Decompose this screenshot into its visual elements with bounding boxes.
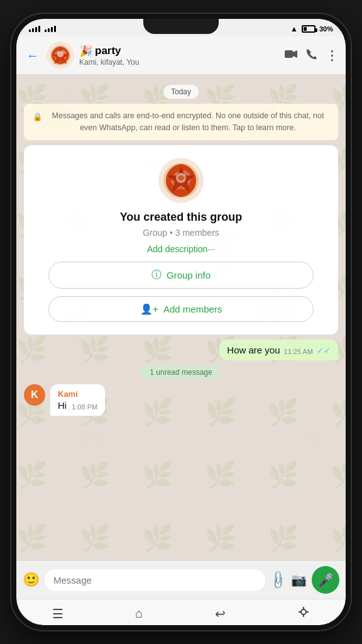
group-avatar[interactable] — [47, 42, 74, 69]
sent-message-time: 11:25 AM — [284, 348, 313, 355]
encryption-notice[interactable]: 🔒 Messages and calls are end-to-end encr… — [24, 104, 338, 140]
emoji-button[interactable]: 🙂 — [23, 572, 40, 588]
svg-text:✿: ✿ — [299, 426, 323, 458]
add-members-button[interactable]: 👤+ Add members — [48, 296, 313, 322]
date-chip: Today — [24, 85, 338, 99]
chat-body: 🌿 ✿ 🌿 ✿ 🌿 ✿ 🌿 ✿ 🌿 ✿ 🌿 ✿ Today — [16, 75, 346, 560]
lock-icon: 🔒 — [33, 111, 43, 123]
group-creation-card: You created this group Group • 3 members… — [24, 145, 338, 335]
group-created-title: You created this group — [120, 211, 243, 224]
video-call-icon[interactable] — [284, 49, 298, 62]
message-ticks: ✓✓ — [317, 346, 331, 355]
camera-button[interactable]: 📷 — [291, 572, 307, 587]
sent-message-row: How are you 11:25 AM ✓✓ — [24, 340, 338, 360]
received-message-row: K Kami Hi 1:08 PM — [24, 384, 338, 416]
battery-percent: 30% — [319, 25, 333, 33]
svg-marker-4 — [293, 50, 297, 58]
received-message-time: 1:08 PM — [72, 403, 97, 411]
wifi-icon: ▲ — [290, 25, 298, 33]
group-creation-avatar — [158, 158, 204, 203]
signal-bars — [29, 26, 40, 32]
svg-point-20 — [178, 175, 184, 180]
sent-message-bubble: How are you 11:25 AM ✓✓ — [219, 340, 338, 360]
group-info-button[interactable]: ⓘ Group info — [48, 262, 313, 289]
header-group-name: 🎉 party — [79, 45, 279, 58]
header-info[interactable]: 🎉 party Kami, kifayat, You — [79, 45, 279, 67]
svg-text:✿: ✿ — [79, 424, 106, 459]
nav-apps-icon[interactable] — [297, 606, 310, 621]
info-circle-icon: ⓘ — [151, 269, 162, 282]
sent-message-text: How are you — [227, 345, 280, 355]
bottom-nav: ☰ ⌂ ↩ — [16, 599, 346, 625]
add-person-icon: 👤+ — [140, 303, 158, 315]
header-actions: ⋮ — [284, 48, 338, 64]
battery-icon — [302, 25, 315, 33]
sender-name: Kami — [58, 389, 97, 399]
svg-point-21 — [301, 609, 306, 614]
party-emoji: 🎉 — [79, 45, 92, 58]
mic-icon: 🎤 — [318, 572, 334, 587]
header-members: Kami, kifayat, You — [79, 58, 279, 67]
sender-avatar: K — [24, 384, 45, 406]
svg-point-2 — [57, 51, 63, 57]
nav-back-icon[interactable]: ↩ — [215, 606, 226, 621]
unread-divider: 1 unread message — [24, 365, 338, 379]
chat-header: ← 🎉 party Kami, kifayat, You — [16, 36, 346, 75]
received-message-content: Hi 1:08 PM — [58, 400, 97, 411]
signal-bars-2 — [45, 26, 56, 32]
received-message-text: Hi — [58, 400, 67, 411]
add-description-link[interactable]: Add description··· — [147, 244, 215, 254]
received-message-bubble: Kami Hi 1:08 PM — [50, 384, 105, 416]
status-right: ▲ 30% — [290, 25, 333, 33]
back-button[interactable]: ← — [24, 46, 41, 65]
nav-menu-icon[interactable]: ☰ — [52, 606, 63, 621]
attach-button[interactable]: 📎 — [267, 569, 289, 591]
more-options-icon[interactable]: ⋮ — [326, 48, 338, 63]
message-input[interactable] — [45, 569, 265, 591]
status-left — [29, 26, 56, 32]
group-members-text: Group • 3 members — [143, 228, 219, 238]
svg-rect-3 — [285, 50, 293, 58]
phone-call-icon[interactable] — [305, 48, 318, 64]
nav-home-icon[interactable]: ⌂ — [135, 606, 143, 621]
input-bar: 🙂 📎 📷 🎤 — [16, 560, 346, 599]
mic-button[interactable]: 🎤 — [312, 566, 339, 594]
